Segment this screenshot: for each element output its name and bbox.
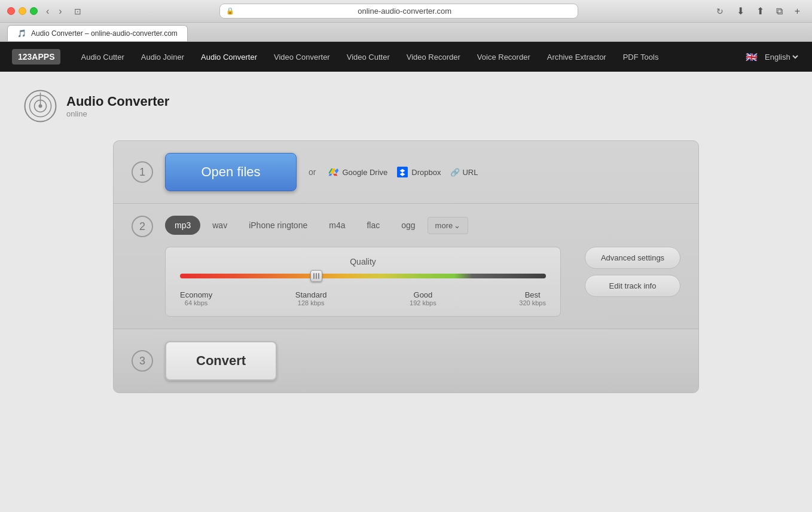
- quality-marker-best: Best 320 kbps: [519, 290, 546, 306]
- thumb-line1: [313, 273, 315, 279]
- nav-video-converter[interactable]: Video Converter: [265, 42, 338, 72]
- app-subtitle: online: [66, 109, 169, 118]
- nav-audio-joiner[interactable]: Audio Joiner: [133, 42, 193, 72]
- edit-track-info-button[interactable]: Edit track info: [585, 275, 680, 297]
- app-navbar: 123APPS Audio Cutter Audio Joiner Audio …: [0, 42, 812, 72]
- tab-overview-button[interactable]: ⧉: [771, 4, 787, 18]
- chevron-down-icon: ⌄: [454, 221, 460, 230]
- active-tab[interactable]: 🎵 Audio Converter – online-audio-convert…: [7, 25, 188, 41]
- more-label: more: [435, 221, 453, 230]
- browser-action-buttons: ⬇ ⬆ ⧉ +: [732, 4, 805, 18]
- thumb-line3: [318, 273, 319, 279]
- quality-slider-track[interactable]: [180, 274, 546, 278]
- quality-panel: Quality Economy: [165, 247, 561, 317]
- best-label: Best: [519, 290, 546, 299]
- tab-title: Audio Converter – online-audio-converter…: [31, 29, 178, 38]
- back-button[interactable]: ‹: [42, 5, 53, 18]
- best-kbps: 320 kbps: [519, 299, 546, 306]
- format-tab-wav[interactable]: wav: [203, 216, 237, 235]
- advanced-settings-button[interactable]: Advanced settings: [585, 247, 680, 269]
- good-label: Good: [410, 290, 436, 299]
- dropbox-icon: [397, 167, 408, 177]
- quality-marker-standard: Standard 128 kbps: [295, 290, 327, 306]
- traffic-lights: [7, 7, 38, 15]
- format-tab-ogg[interactable]: ogg: [392, 216, 425, 235]
- step2-section: 2 mp3 wav iPhone ringtone m4a flac ogg m…: [114, 204, 698, 329]
- browser-chrome: ‹ › ⊡ 🔒 online-audio-converter.com ↻ ⬇ ⬆…: [0, 0, 812, 42]
- url-label: URL: [462, 168, 478, 177]
- language-flag-icon: 🇬🇧: [746, 51, 758, 63]
- step1-content: Open files or Google Drive: [165, 153, 680, 191]
- app-logo-icon: [24, 90, 57, 122]
- nav-pdf-tools[interactable]: PDF Tools: [615, 42, 667, 72]
- google-drive-button[interactable]: Google Drive: [328, 167, 387, 177]
- or-separator: or: [309, 167, 316, 177]
- format-tab-m4a[interactable]: m4a: [319, 216, 355, 235]
- format-tabs: mp3 wav iPhone ringtone m4a flac ogg mor…: [165, 216, 680, 235]
- nav-voice-recorder[interactable]: Voice Recorder: [469, 42, 539, 72]
- minimize-window-button[interactable]: [19, 7, 26, 15]
- new-tab-button[interactable]: +: [790, 4, 805, 18]
- cloud-options: Google Drive Dropbox 🔗 URL: [328, 167, 478, 177]
- link-icon: 🔗: [450, 168, 460, 177]
- convert-button[interactable]: Convert: [165, 341, 277, 381]
- open-files-button[interactable]: Open files: [165, 153, 297, 191]
- nav-archive-extractor[interactable]: Archive Extractor: [539, 42, 615, 72]
- tab-favicon: 🎵: [17, 29, 26, 38]
- google-drive-icon: [328, 167, 338, 177]
- format-tab-iphone-ringtone[interactable]: iPhone ringtone: [239, 216, 317, 235]
- thumb-line2: [316, 273, 317, 279]
- window-restore-button[interactable]: ⊡: [71, 5, 85, 17]
- app-title-group: Audio Converter online: [66, 94, 169, 118]
- download-button[interactable]: ⬇: [732, 4, 749, 18]
- nav-audio-cutter[interactable]: Audio Cutter: [72, 42, 132, 72]
- step1-number: 1: [132, 161, 153, 183]
- quality-marker-good: Good 192 kbps: [410, 290, 436, 306]
- dropbox-button[interactable]: Dropbox: [397, 167, 441, 177]
- standard-kbps: 128 kbps: [295, 299, 327, 306]
- quality-marker-economy: Economy 64 kbps: [180, 290, 212, 306]
- maximize-window-button[interactable]: [30, 7, 38, 15]
- step3-section: 3 Convert: [114, 329, 698, 393]
- standard-label: Standard: [295, 290, 327, 299]
- nav-video-cutter[interactable]: Video Cutter: [338, 42, 398, 72]
- quality-label: Quality: [180, 257, 546, 266]
- browser-address-bar[interactable]: 🔒 online-audio-converter.com: [219, 4, 578, 19]
- share-button[interactable]: ⬆: [752, 4, 769, 18]
- tab-bar: 🎵 Audio Converter – online-audio-convert…: [0, 23, 812, 41]
- step3-number: 3: [132, 350, 153, 372]
- step2-number: 2: [132, 216, 153, 237]
- dropbox-label: Dropbox: [411, 168, 441, 177]
- close-window-button[interactable]: [7, 7, 15, 15]
- url-display: online-audio-converter.com: [238, 7, 572, 16]
- step2-right-buttons: Advanced settings Edit track info: [585, 247, 680, 297]
- app-header: Audio Converter online: [12, 90, 800, 122]
- google-drive-label: Google Drive: [342, 168, 387, 177]
- converter-container: 1 Open files or Google Drive: [113, 140, 699, 393]
- format-more-button[interactable]: more ⌄: [428, 217, 469, 234]
- page-content: Audio Converter online 1 Open files or: [0, 72, 812, 512]
- forward-button[interactable]: ›: [55, 5, 65, 18]
- brand-logo[interactable]: 123APPS: [12, 49, 60, 65]
- step2-row: Quality Economy: [165, 247, 680, 317]
- quality-slider-thumb[interactable]: [310, 270, 322, 282]
- url-button[interactable]: 🔗 URL: [450, 168, 478, 177]
- browser-titlebar: ‹ › ⊡ 🔒 online-audio-converter.com ↻ ⬇ ⬆…: [0, 0, 812, 23]
- nav-audio-converter[interactable]: Audio Converter: [193, 42, 265, 72]
- refresh-button[interactable]: ↻: [713, 5, 727, 17]
- ssl-lock-icon: 🔒: [226, 7, 234, 15]
- language-select[interactable]: English: [762, 52, 800, 62]
- economy-kbps: 64 kbps: [180, 299, 212, 306]
- good-kbps: 192 kbps: [410, 299, 436, 306]
- app-title: Audio Converter: [66, 94, 169, 109]
- format-tab-mp3[interactable]: mp3: [165, 216, 200, 235]
- format-tab-flac[interactable]: flac: [357, 216, 389, 235]
- quality-markers: Economy 64 kbps Standard 128 kbps Good 1…: [180, 290, 546, 306]
- browser-nav: ‹ ›: [42, 5, 66, 18]
- nav-links: Audio Cutter Audio Joiner Audio Converte…: [72, 42, 746, 72]
- nav-right: 🇬🇧 English: [746, 51, 800, 63]
- nav-video-recorder[interactable]: Video Recorder: [398, 42, 469, 72]
- step1-section: 1 Open files or Google Drive: [114, 141, 698, 204]
- economy-label: Economy: [180, 290, 212, 299]
